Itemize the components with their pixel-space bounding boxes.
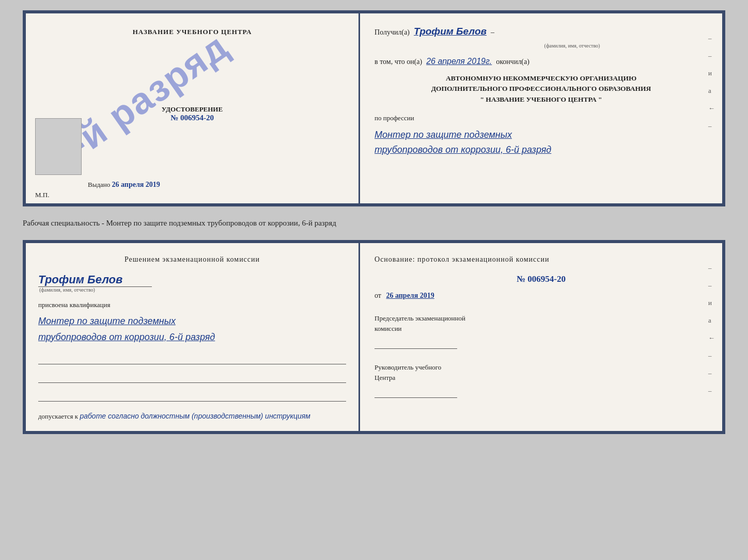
- admitted-prefix: допускается к: [38, 412, 78, 420]
- specialty-text: Рабочая специальность - Монтер по защите…: [23, 216, 725, 231]
- issued-label: Выдано: [88, 181, 110, 188]
- chairman-line2: комиссии: [375, 324, 708, 334]
- date-prefix: в том, что он(а): [375, 58, 422, 66]
- bottom-line-3: [38, 390, 346, 402]
- decision-title: Решением экзаменационной комиссии: [38, 255, 346, 264]
- qualification-handwritten: Монтер по защите подземных трубопроводов…: [38, 313, 346, 345]
- recipient-name: Трофим Белов: [414, 26, 487, 37]
- bottom-line-1: [38, 353, 346, 364]
- profession-label: по профессии: [375, 114, 708, 122]
- date-value: 26 апреля 2019г.: [426, 57, 492, 66]
- chairman-block: Председатель экзаменационной комиссии: [375, 313, 708, 349]
- protocol-date-value: 26 апреля 2019: [386, 292, 434, 299]
- okончил-label: окончил(а): [496, 58, 529, 66]
- stamp-container: 6-й разряд: [67, 29, 212, 173]
- dash1: –: [491, 28, 494, 37]
- bottom-name: Трофим Белов: [38, 273, 346, 286]
- basis-label: Основание: протокол экзаменационной коми…: [375, 255, 708, 264]
- qualification-line1: Монтер по защите подземных: [38, 313, 346, 329]
- protocol-number: № 006954-20: [375, 274, 708, 284]
- profession-line2: трубопроводов от коррозии, 6-й разряд: [375, 142, 708, 157]
- admitted-value: работе согласно должностным (производств…: [80, 412, 310, 420]
- org-line1: АВТОНОМНУЮ НЕКОММЕРЧЕСКУЮ ОРГАНИЗАЦИЮ: [375, 73, 708, 84]
- director-line2: Центра: [375, 373, 708, 383]
- right-edge-chars-bottom: – – и а ← – – –: [708, 264, 715, 395]
- cert-left-panel: НАЗВАНИЕ УЧЕБНОГО ЦЕНТРА 6-й разряд УДОС…: [26, 13, 360, 203]
- director-signature-line: [375, 387, 457, 398]
- bottom-fio-label: (фамилия, имя, отчество): [38, 287, 346, 293]
- bottom-line-2: [38, 372, 346, 383]
- mp-block: М.П.: [35, 191, 49, 199]
- recipient-fio-label: (фамилия, имя, отчество): [437, 43, 708, 49]
- cert-number-value: № 006954-20: [162, 114, 223, 122]
- org-line3: " НАЗВАНИЕ УЧЕБНОГО ЦЕНТРА ": [375, 94, 708, 105]
- director-line1: Руководитель учебного: [375, 362, 708, 373]
- cert-udostoverenie-label: УДОСТОВЕРЕНИЕ: [162, 105, 223, 114]
- director-block: Руководитель учебного Центра: [375, 362, 708, 398]
- protocol-date-row: от 26 апреля 2019: [375, 292, 708, 300]
- certificate-document: НАЗВАНИЕ УЧЕБНОГО ЦЕНТРА 6-й разряд УДОС…: [23, 10, 725, 206]
- date-from-prefix: от: [375, 292, 381, 299]
- right-edge-chars: – – и а ← –: [708, 34, 715, 130]
- recipient-prefix: Получил(а): [375, 28, 410, 37]
- issued-date: 26 апреля 2019: [112, 181, 160, 188]
- bottom-name-block: Трофим Белов (фамилия, имя, отчество): [38, 271, 346, 293]
- chairman-signature-line: [375, 338, 457, 349]
- qualification-line2: трубопроводов от коррозии, 6-й разряд: [38, 329, 346, 345]
- bottom-right-panel: Основание: протокол экзаменационной коми…: [360, 243, 722, 431]
- extra-lines: [38, 353, 346, 402]
- org-line2: ДОПОЛНИТЕЛЬНОГО ПРОФЕССИОНАЛЬНОГО ОБРАЗО…: [375, 84, 708, 94]
- recipient-row: Получил(а) Трофим Белов –: [375, 26, 708, 38]
- date-row: в том, что он(а) 26 апреля 2019г. окончи…: [375, 56, 708, 66]
- cert-number-block: УДОСТОВЕРЕНИЕ № 006954-20: [162, 105, 223, 122]
- assigned-label: присвоена квалификация: [38, 301, 346, 309]
- cert-right-panel: Получил(а) Трофим Белов – (фамилия, имя,…: [360, 13, 722, 203]
- issued-block: Выдано 26 апреля 2019: [88, 181, 160, 189]
- org-text-block: АВТОНОМНУЮ НЕКОММЕРЧЕСКУЮ ОРГАНИЗАЦИЮ ДО…: [375, 73, 708, 105]
- photo-placeholder: [35, 118, 82, 175]
- chairman-line1: Председатель экзаменационной: [375, 313, 708, 324]
- profession-handwritten: Монтер по защите подземных трубопроводов…: [375, 127, 708, 157]
- bottom-left-panel: Решением экзаменационной комиссии Трофим…: [26, 243, 360, 431]
- profession-line1: Монтер по защите подземных: [375, 127, 708, 142]
- bottom-document: Решением экзаменационной комиссии Трофим…: [23, 240, 725, 434]
- admitted-text-block: допускается к работе согласно должностны…: [38, 412, 346, 421]
- cert-center-title: НАЗВАНИЕ УЧЕБНОГО ЦЕНТРА: [133, 28, 252, 36]
